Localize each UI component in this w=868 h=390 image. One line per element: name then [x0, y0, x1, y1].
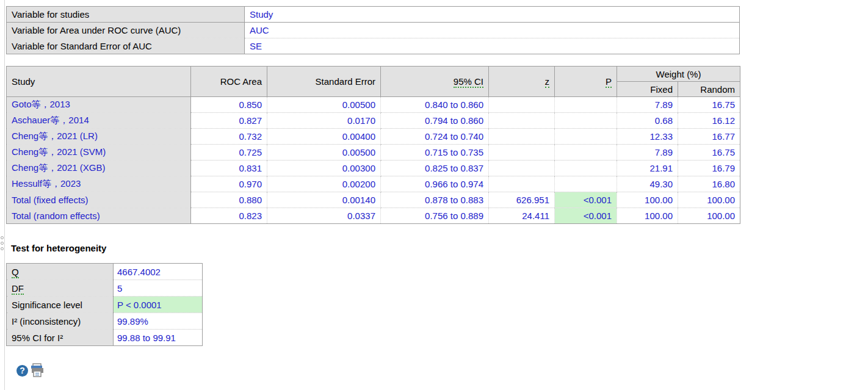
cell-weight-random: 16.79	[678, 161, 740, 176]
info-value: Study	[245, 7, 740, 23]
heterogeneity-help-link[interactable]: DF	[12, 283, 24, 295]
heterogeneity-help-link[interactable]: Q	[12, 267, 19, 278]
cell-standard-error: 0.0337	[267, 208, 381, 224]
cell-weight-random: 16.12	[678, 113, 740, 129]
variables-table: Variable for studiesStudyVariable for Ar…	[6, 6, 740, 54]
table-row: Cheng等，2021 (SVM)0.7250.005000.715 to 0.…	[7, 145, 740, 161]
heterogeneity-label: I² (inconsistency)	[7, 313, 114, 330]
col-header-z: z	[489, 67, 555, 97]
ci-help-link[interactable]: 95% CI	[454, 76, 483, 88]
col-header-ci: 95% CI	[381, 67, 489, 97]
cell-z	[489, 161, 555, 176]
splitter-dot	[1, 236, 4, 239]
cell-weight-fixed: 0.68	[617, 113, 678, 129]
heterogeneity-value: 4667.4002	[114, 264, 203, 280]
cell-p	[555, 145, 617, 161]
cell-study: Cheng等，2021 (XGB)	[7, 161, 191, 176]
heterogeneity-value: 99.88 to 99.91	[114, 330, 203, 346]
info-row: Variable for studiesStudy	[7, 7, 740, 23]
heterogeneity-label: Significance level	[7, 297, 114, 313]
z-help-link[interactable]: z	[545, 76, 550, 88]
cell-study: Total (random effects)	[7, 208, 191, 224]
cell-weight-fixed: 7.89	[617, 97, 678, 113]
table-row: Aschauer等，20140.8270.01700.794 to 0.8600…	[7, 113, 740, 129]
cell-ci: 0.966 to 0.974	[381, 176, 489, 192]
cell-z	[489, 113, 555, 129]
heterogeneity-row: DF5	[7, 280, 203, 297]
col-header-roc-area: ROC Area	[191, 67, 267, 97]
cell-p: <0.001	[555, 208, 617, 224]
heterogeneity-title: Test for heterogeneity	[11, 243, 106, 253]
cell-p	[555, 113, 617, 129]
cell-roc-area: 0.970	[191, 176, 267, 192]
cell-ci: 0.715 to 0.735	[381, 145, 489, 161]
col-header-weight-random: Random	[678, 82, 740, 97]
splitter-dot	[1, 242, 4, 245]
col-header-weight: Weight (%)	[617, 67, 740, 82]
info-label: Variable for studies	[7, 7, 245, 23]
cell-weight-random: 16.77	[678, 129, 740, 145]
cell-standard-error: 0.00300	[267, 161, 381, 176]
table-row: Total (fixed effects)0.8800.001400.878 t…	[7, 192, 740, 208]
cell-z	[489, 145, 555, 161]
splitter-handle[interactable]	[0, 234, 4, 253]
results-table-body: Goto等，20130.8500.005000.840 to 0.8607.89…	[7, 97, 740, 224]
meta-analysis-table: Study ROC Area Standard Error 95% CI z P…	[6, 66, 740, 224]
cell-roc-area: 0.823	[191, 208, 267, 224]
cell-ci: 0.724 to 0.740	[381, 129, 489, 145]
cell-study: Aschauer等，2014	[7, 113, 191, 129]
heterogeneity-row: Q4667.4002	[7, 264, 203, 280]
heterogeneity-row: Significance levelP < 0.0001	[7, 297, 203, 313]
cell-weight-fixed: 7.89	[617, 145, 678, 161]
printer-glyph	[31, 363, 45, 378]
panel-divider	[4, 0, 5, 390]
heterogeneity-row: 95% CI for I²99.88 to 99.91	[7, 330, 203, 346]
cell-ci: 0.825 to 0.837	[381, 161, 489, 176]
info-value: AUC	[245, 23, 740, 38]
cell-weight-random: 100.00	[678, 208, 740, 224]
heterogeneity-value: 5	[114, 280, 203, 297]
cell-standard-error: 0.00200	[267, 176, 381, 192]
cell-weight-fixed: 49.30	[617, 176, 678, 192]
print-icon[interactable]	[31, 363, 45, 378]
cell-roc-area: 0.831	[191, 161, 267, 176]
cell-weight-fixed: 100.00	[617, 208, 678, 224]
cell-p: <0.001	[555, 192, 617, 208]
cell-weight-random: 16.80	[678, 176, 740, 192]
cell-study: Goto等，2013	[7, 97, 191, 113]
heterogeneity-value: P < 0.0001	[114, 297, 203, 313]
cell-ci: 0.756 to 0.889	[381, 208, 489, 224]
cell-roc-area: 0.725	[191, 145, 267, 161]
info-row: Variable for Area under ROC curve (AUC)A…	[7, 23, 740, 38]
col-header-weight-fixed: Fixed	[617, 82, 678, 97]
table-row: Goto等，20130.8500.005000.840 to 0.8607.89…	[7, 97, 740, 113]
cell-standard-error: 0.00500	[267, 97, 381, 113]
cell-weight-random: 16.75	[678, 97, 740, 113]
splitter-dot	[1, 247, 4, 250]
p-help-link[interactable]: P	[606, 76, 612, 88]
cell-z: 24.411	[489, 208, 555, 224]
cell-study: Cheng等，2021 (LR)	[7, 129, 191, 145]
cell-weight-random: 100.00	[678, 192, 740, 208]
help-icon[interactable]: ?	[16, 365, 28, 377]
cell-study: Cheng等，2021 (SVM)	[7, 145, 191, 161]
cell-study: Total (fixed effects)	[7, 192, 191, 208]
cell-ci: 0.840 to 0.860	[381, 97, 489, 113]
cell-p	[555, 129, 617, 145]
heterogeneity-table: Q4667.4002DF5Significance levelP < 0.000…	[6, 263, 203, 346]
cell-standard-error: 0.00500	[267, 145, 381, 161]
cell-weight-random: 16.75	[678, 145, 740, 161]
cell-roc-area: 0.880	[191, 192, 267, 208]
heterogeneity-table-body: Q4667.4002DF5Significance levelP < 0.000…	[7, 264, 203, 346]
cell-standard-error: 0.0170	[267, 113, 381, 129]
table-row: Total (random effects)0.8230.03370.756 t…	[7, 208, 740, 224]
cell-z	[489, 97, 555, 113]
cell-p	[555, 161, 617, 176]
heterogeneity-value: 99.89%	[114, 313, 203, 330]
cell-roc-area: 0.732	[191, 129, 267, 145]
variables-table-body: Variable for studiesStudyVariable for Ar…	[7, 7, 740, 54]
table-row: Cheng等，2021 (LR)0.7320.004000.724 to 0.7…	[7, 129, 740, 145]
cell-p	[555, 97, 617, 113]
col-header-standard-error: Standard Error	[267, 67, 381, 97]
cell-weight-fixed: 100.00	[617, 192, 678, 208]
